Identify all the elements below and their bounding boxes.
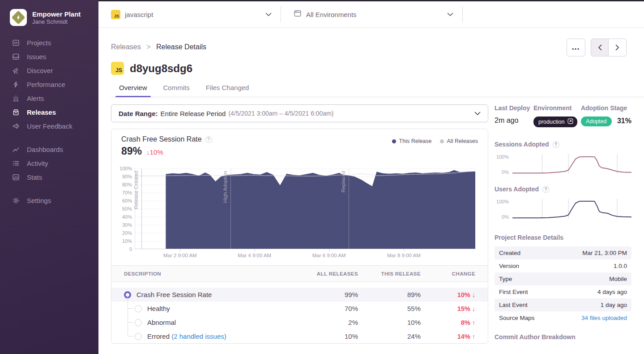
- radio-abnormal[interactable]: [135, 319, 142, 326]
- user-feedback-icon: [12, 122, 20, 130]
- project-release-details-heading: Project Release Details: [495, 234, 638, 241]
- trend-up-icon: ↑: [472, 333, 475, 340]
- date-range-select[interactable]: Date Range: Entire Release Period (4/5/2…: [111, 104, 488, 122]
- more-actions-button[interactable]: •••: [567, 39, 585, 56]
- previous-release-button[interactable]: [591, 39, 609, 56]
- date-range-label: Date Range:: [119, 110, 158, 117]
- breadcrumb: Releases > Release Details: [111, 39, 206, 56]
- next-release-button[interactable]: [609, 39, 627, 56]
- external-link-icon: [567, 118, 573, 125]
- sessions-adopted-chart[interactable]: 100% 0%: [495, 153, 638, 174]
- date-range-detail: (4/5/2021 3:00am – 4/5/2021 6:00am): [228, 110, 474, 117]
- annotation-high-adoption: High Adoption: [230, 168, 231, 249]
- summary-table-header: DESCRIPTION ALL RELEASES THIS RELEASE CH…: [111, 265, 488, 282]
- project-selector-label: javascript: [125, 11, 265, 18]
- breadcrumb-releases-link[interactable]: Releases: [111, 43, 141, 51]
- sidebar-item-projects[interactable]: Projects: [0, 36, 98, 50]
- topbar-divider: [462, 6, 463, 22]
- projects-icon: [12, 39, 20, 47]
- help-icon[interactable]: ?: [553, 141, 559, 148]
- legend-dot-this-release: [392, 139, 396, 143]
- project-release-details-list: CreatedMar 21, 3:00 PM Version1.0.0 Type…: [495, 246, 631, 324]
- table-row[interactable]: Crash Free Session Rate 99% 89% 10% ↓: [111, 288, 488, 302]
- sidebar-item-issues[interactable]: Issues: [0, 50, 98, 64]
- breadcrumb-separator: >: [146, 43, 150, 51]
- commit-author-breakdown-heading: Commit Author Breakdown: [495, 333, 638, 341]
- environment-badge[interactable]: production: [533, 117, 577, 127]
- source-maps-link[interactable]: 34 files uploaded: [581, 315, 627, 321]
- date-range-value: Entire Release Period: [161, 110, 226, 117]
- adoption-stage-badge: Adopted: [581, 117, 612, 126]
- sidebar-item-discover[interactable]: Discover: [0, 64, 98, 78]
- crash-free-rate-value: 89%: [121, 145, 142, 157]
- handled-issues-link[interactable]: (2 handled issues): [171, 332, 226, 340]
- table-row[interactable]: Abnormal 2% 10% 8% ↑: [111, 315, 488, 329]
- sidebar-item-settings[interactable]: Settings: [0, 194, 98, 207]
- summary-table-body: Crash Free Session Rate 99% 89% 10% ↓ He…: [111, 282, 488, 343]
- releases-icon: [12, 108, 20, 117]
- annotation-release-created: Release Created: [141, 168, 142, 249]
- tabs-bar: Overview Commits Files Changed: [111, 84, 644, 97]
- users-adopted-heading: Users Adopted ?: [495, 186, 638, 193]
- table-row[interactable]: Errored (2 handled issues) 10% 24% 14% ↑: [111, 329, 488, 343]
- table-row[interactable]: Healthy 70% 55% 15% ↓: [111, 302, 488, 315]
- environment-selector-label: All Environments: [306, 11, 447, 18]
- release-stats-row: Last Deploy 2m ago Environment productio…: [495, 104, 638, 127]
- adoption-percent: 31%: [617, 117, 631, 125]
- environment-icon: [294, 9, 302, 19]
- org-logo-diamond-icon: [11, 10, 25, 24]
- tab-commits[interactable]: Commits: [162, 84, 191, 97]
- tab-overview[interactable]: Overview: [118, 84, 148, 97]
- org-name: Empower Plant: [32, 10, 81, 18]
- release-pagination: [591, 39, 627, 56]
- trend-up-icon: ↑: [472, 319, 475, 326]
- chevron-down-icon: [265, 10, 272, 18]
- chevron-down-icon: [474, 109, 481, 117]
- detail-row: TypeMobile: [495, 272, 631, 285]
- sidebar: Empower Plant Jane Schmidt Projects Issu…: [0, 0, 98, 354]
- sidebar-item-performance[interactable]: Performance: [0, 78, 98, 91]
- annotation-replaced: Replaced: [349, 168, 349, 249]
- release-platform-icon: JS: [111, 62, 124, 75]
- trend-down-icon: ↓: [472, 305, 475, 312]
- tab-files-changed[interactable]: Files Changed: [205, 84, 250, 97]
- stat-last-deploy: Last Deploy 2m ago: [495, 104, 530, 127]
- breadcrumb-current: Release Details: [156, 43, 206, 51]
- radio-errored[interactable]: [135, 333, 142, 340]
- radio-healthy[interactable]: [135, 305, 142, 312]
- chart-plot-area: Release CreatedHigh AdoptionReplaced Mar…: [135, 168, 475, 249]
- trend-down-icon: ↓: [472, 291, 475, 298]
- help-icon[interactable]: ?: [542, 186, 549, 193]
- chart-title: Crash Free Session Rate: [121, 135, 202, 143]
- help-icon[interactable]: ?: [205, 136, 212, 143]
- activity-icon: [12, 160, 20, 168]
- legend-this-release[interactable]: This Release: [392, 138, 432, 144]
- legend-dot-all-releases: [440, 139, 444, 143]
- sidebar-item-dashboards[interactable]: Dashboards: [0, 142, 98, 156]
- sidebar-item-stats[interactable]: Stats: [0, 170, 98, 184]
- stat-adoption-stage: Adoption Stage Adopted 31%: [581, 104, 631, 127]
- org-switcher[interactable]: Empower Plant Jane Schmidt: [0, 0, 98, 26]
- crash-free-chart[interactable]: Release CreatedHigh AdoptionReplaced Mar…: [115, 168, 475, 259]
- sidebar-item-activity[interactable]: Activity: [0, 156, 98, 170]
- environment-selector[interactable]: All Environments: [281, 1, 462, 27]
- page-title: d8yug8sdg6: [130, 62, 192, 75]
- sidebar-item-alerts[interactable]: Alerts: [0, 91, 98, 105]
- sidebar-item-releases[interactable]: Releases: [0, 105, 98, 119]
- discover-icon: [12, 67, 20, 75]
- dashboards-icon: [12, 146, 20, 154]
- stat-environment: Environment production: [533, 104, 577, 127]
- chart-series-svg: [135, 168, 475, 249]
- project-selector[interactable]: JS javascript: [98, 1, 281, 27]
- crash-free-panel: Crash Free Session Rate ? This Release A…: [111, 129, 488, 344]
- topbar: JS javascript All Environments: [98, 1, 644, 28]
- alerts-icon: [12, 95, 20, 103]
- project-platform-icon: JS: [111, 10, 120, 19]
- users-adopted-chart[interactable]: 100% 0%: [495, 198, 638, 219]
- detail-row: Version1.0.0: [495, 259, 631, 272]
- performance-icon: [12, 81, 20, 89]
- detail-row: Source Maps34 files uploaded: [495, 311, 631, 324]
- legend-all-releases[interactable]: All Releases: [440, 138, 478, 144]
- detail-row: Last Event1 day ago: [495, 298, 631, 311]
- sidebar-item-user-feedback[interactable]: User Feedback: [0, 119, 98, 133]
